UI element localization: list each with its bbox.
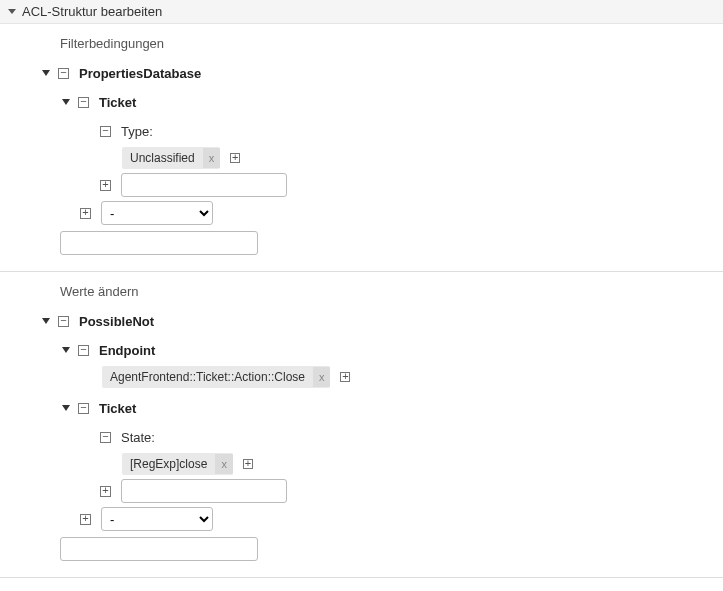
field-label: State: [121, 430, 155, 445]
caret-down-icon[interactable] [62, 347, 70, 353]
add-match-row: - [80, 507, 715, 531]
match-select[interactable]: - [101, 507, 213, 531]
add-icon[interactable] [230, 153, 240, 163]
node-ticket: Ticket [62, 88, 715, 116]
node-label: PropertiesDatabase [79, 66, 201, 81]
tag-endpoint-action: AgentFrontend::Ticket::Action::Close x [102, 366, 330, 388]
tag-remove-icon[interactable]: x [203, 148, 221, 168]
panel-header: ACL-Struktur bearbeiten [0, 0, 723, 24]
remove-icon[interactable] [78, 403, 89, 414]
value-input[interactable] [121, 173, 287, 197]
panel-title: ACL-Struktur bearbeiten [22, 4, 162, 19]
change-heading: Werte ändern [60, 284, 715, 299]
node-ticket: Ticket [62, 394, 715, 422]
add-icon[interactable] [80, 514, 91, 525]
remove-icon[interactable] [58, 68, 69, 79]
field-label: Type: [121, 124, 153, 139]
add-value-row [100, 173, 715, 197]
node-type: Type: [100, 117, 715, 145]
free-input[interactable] [60, 537, 258, 561]
node-label: Ticket [99, 401, 136, 416]
add-icon[interactable] [243, 459, 253, 469]
tag-text: [RegExp]close [122, 453, 215, 475]
tag-unclassified: Unclassified x [122, 147, 220, 169]
add-match-row: - [80, 201, 715, 225]
free-input-row [60, 537, 715, 561]
node-label: Ticket [99, 95, 136, 110]
tag-text: Unclassified [122, 147, 203, 169]
caret-down-icon[interactable] [62, 405, 70, 411]
add-icon[interactable] [100, 486, 111, 497]
node-label: Endpoint [99, 343, 155, 358]
node-endpoint: Endpoint [62, 336, 715, 364]
value-input[interactable] [121, 479, 287, 503]
tag-text: AgentFrontend::Ticket::Action::Close [102, 366, 313, 388]
node-possiblenot: PossibleNot [42, 307, 715, 335]
change-section: Werte ändern PossibleNot Endpoint AgentF… [0, 272, 723, 578]
caret-down-icon[interactable] [62, 99, 70, 105]
remove-icon[interactable] [100, 126, 111, 137]
tag-row-type: Unclassified x [122, 147, 715, 169]
tag-remove-icon[interactable]: x [313, 367, 331, 387]
remove-icon[interactable] [100, 432, 111, 443]
add-value-row [100, 479, 715, 503]
remove-icon[interactable] [78, 97, 89, 108]
free-input-row [60, 231, 715, 255]
add-icon[interactable] [80, 208, 91, 219]
free-input[interactable] [60, 231, 258, 255]
node-label: PossibleNot [79, 314, 154, 329]
filter-heading: Filterbedingungen [60, 36, 715, 51]
node-propertiesdatabase: PropertiesDatabase [42, 59, 715, 87]
caret-down-icon[interactable] [42, 318, 50, 324]
tag-remove-icon[interactable]: x [215, 454, 233, 474]
node-state: State: [100, 423, 715, 451]
remove-icon[interactable] [78, 345, 89, 356]
remove-icon[interactable] [58, 316, 69, 327]
tag-row-endpoint: AgentFrontend::Ticket::Action::Close x [102, 366, 715, 388]
filter-section: Filterbedingungen PropertiesDatabase Tic… [0, 24, 723, 272]
add-icon[interactable] [100, 180, 111, 191]
match-select[interactable]: - [101, 201, 213, 225]
add-icon[interactable] [340, 372, 350, 382]
caret-down-icon[interactable] [42, 70, 50, 76]
tag-row-state: [RegExp]close x [122, 453, 715, 475]
tag-regexp-close: [RegExp]close x [122, 453, 233, 475]
collapse-caret-icon[interactable] [8, 9, 16, 14]
